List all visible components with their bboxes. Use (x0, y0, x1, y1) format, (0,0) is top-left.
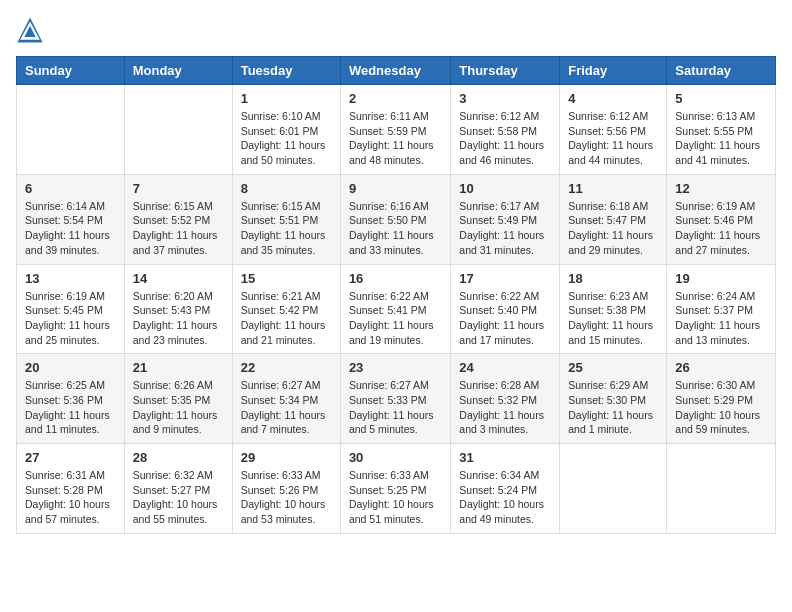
calendar-cell: 2Sunrise: 6:11 AM Sunset: 5:59 PM Daylig… (340, 85, 450, 175)
day-number: 2 (349, 91, 442, 106)
calendar-table: SundayMondayTuesdayWednesdayThursdayFrid… (16, 56, 776, 534)
day-number: 25 (568, 360, 658, 375)
calendar-cell: 11Sunrise: 6:18 AM Sunset: 5:47 PM Dayli… (560, 174, 667, 264)
calendar-cell: 29Sunrise: 6:33 AM Sunset: 5:26 PM Dayli… (232, 444, 340, 534)
calendar-cell: 5Sunrise: 6:13 AM Sunset: 5:55 PM Daylig… (667, 85, 776, 175)
day-number: 28 (133, 450, 224, 465)
calendar-cell: 8Sunrise: 6:15 AM Sunset: 5:51 PM Daylig… (232, 174, 340, 264)
calendar-cell (17, 85, 125, 175)
calendar-cell: 3Sunrise: 6:12 AM Sunset: 5:58 PM Daylig… (451, 85, 560, 175)
calendar-week-row: 6Sunrise: 6:14 AM Sunset: 5:54 PM Daylig… (17, 174, 776, 264)
day-number: 3 (459, 91, 551, 106)
day-number: 21 (133, 360, 224, 375)
calendar-cell: 14Sunrise: 6:20 AM Sunset: 5:43 PM Dayli… (124, 264, 232, 354)
calendar-cell: 25Sunrise: 6:29 AM Sunset: 5:30 PM Dayli… (560, 354, 667, 444)
day-detail: Sunrise: 6:12 AM Sunset: 5:58 PM Dayligh… (459, 109, 551, 168)
calendar-cell: 10Sunrise: 6:17 AM Sunset: 5:49 PM Dayli… (451, 174, 560, 264)
day-detail: Sunrise: 6:33 AM Sunset: 5:26 PM Dayligh… (241, 468, 332, 527)
day-detail: Sunrise: 6:24 AM Sunset: 5:37 PM Dayligh… (675, 289, 767, 348)
calendar-cell: 28Sunrise: 6:32 AM Sunset: 5:27 PM Dayli… (124, 444, 232, 534)
calendar-cell: 30Sunrise: 6:33 AM Sunset: 5:25 PM Dayli… (340, 444, 450, 534)
day-number: 18 (568, 271, 658, 286)
calendar-cell: 31Sunrise: 6:34 AM Sunset: 5:24 PM Dayli… (451, 444, 560, 534)
day-number: 13 (25, 271, 116, 286)
day-number: 6 (25, 181, 116, 196)
calendar-cell: 24Sunrise: 6:28 AM Sunset: 5:32 PM Dayli… (451, 354, 560, 444)
day-detail: Sunrise: 6:23 AM Sunset: 5:38 PM Dayligh… (568, 289, 658, 348)
day-detail: Sunrise: 6:20 AM Sunset: 5:43 PM Dayligh… (133, 289, 224, 348)
day-detail: Sunrise: 6:21 AM Sunset: 5:42 PM Dayligh… (241, 289, 332, 348)
calendar-cell: 16Sunrise: 6:22 AM Sunset: 5:41 PM Dayli… (340, 264, 450, 354)
page-header (16, 16, 776, 44)
calendar-cell (124, 85, 232, 175)
day-detail: Sunrise: 6:15 AM Sunset: 5:51 PM Dayligh… (241, 199, 332, 258)
day-detail: Sunrise: 6:10 AM Sunset: 6:01 PM Dayligh… (241, 109, 332, 168)
day-header-monday: Monday (124, 57, 232, 85)
day-header-tuesday: Tuesday (232, 57, 340, 85)
day-number: 7 (133, 181, 224, 196)
calendar-week-row: 13Sunrise: 6:19 AM Sunset: 5:45 PM Dayli… (17, 264, 776, 354)
calendar-cell: 9Sunrise: 6:16 AM Sunset: 5:50 PM Daylig… (340, 174, 450, 264)
calendar-cell: 21Sunrise: 6:26 AM Sunset: 5:35 PM Dayli… (124, 354, 232, 444)
calendar-cell: 4Sunrise: 6:12 AM Sunset: 5:56 PM Daylig… (560, 85, 667, 175)
calendar-cell (560, 444, 667, 534)
day-header-friday: Friday (560, 57, 667, 85)
day-number: 20 (25, 360, 116, 375)
day-number: 12 (675, 181, 767, 196)
day-detail: Sunrise: 6:11 AM Sunset: 5:59 PM Dayligh… (349, 109, 442, 168)
day-number: 10 (459, 181, 551, 196)
day-detail: Sunrise: 6:28 AM Sunset: 5:32 PM Dayligh… (459, 378, 551, 437)
day-number: 16 (349, 271, 442, 286)
calendar-week-row: 20Sunrise: 6:25 AM Sunset: 5:36 PM Dayli… (17, 354, 776, 444)
day-detail: Sunrise: 6:15 AM Sunset: 5:52 PM Dayligh… (133, 199, 224, 258)
calendar-week-row: 27Sunrise: 6:31 AM Sunset: 5:28 PM Dayli… (17, 444, 776, 534)
day-number: 26 (675, 360, 767, 375)
calendar-cell: 7Sunrise: 6:15 AM Sunset: 5:52 PM Daylig… (124, 174, 232, 264)
day-detail: Sunrise: 6:13 AM Sunset: 5:55 PM Dayligh… (675, 109, 767, 168)
day-detail: Sunrise: 6:22 AM Sunset: 5:41 PM Dayligh… (349, 289, 442, 348)
day-detail: Sunrise: 6:34 AM Sunset: 5:24 PM Dayligh… (459, 468, 551, 527)
day-header-saturday: Saturday (667, 57, 776, 85)
day-detail: Sunrise: 6:18 AM Sunset: 5:47 PM Dayligh… (568, 199, 658, 258)
day-number: 8 (241, 181, 332, 196)
day-number: 17 (459, 271, 551, 286)
day-number: 9 (349, 181, 442, 196)
day-header-thursday: Thursday (451, 57, 560, 85)
day-number: 24 (459, 360, 551, 375)
day-detail: Sunrise: 6:19 AM Sunset: 5:45 PM Dayligh… (25, 289, 116, 348)
calendar-week-row: 1Sunrise: 6:10 AM Sunset: 6:01 PM Daylig… (17, 85, 776, 175)
calendar-header-row: SundayMondayTuesdayWednesdayThursdayFrid… (17, 57, 776, 85)
day-detail: Sunrise: 6:30 AM Sunset: 5:29 PM Dayligh… (675, 378, 767, 437)
day-number: 27 (25, 450, 116, 465)
calendar-cell: 6Sunrise: 6:14 AM Sunset: 5:54 PM Daylig… (17, 174, 125, 264)
logo (16, 16, 48, 44)
calendar-cell: 19Sunrise: 6:24 AM Sunset: 5:37 PM Dayli… (667, 264, 776, 354)
day-detail: Sunrise: 6:27 AM Sunset: 5:33 PM Dayligh… (349, 378, 442, 437)
day-number: 31 (459, 450, 551, 465)
day-number: 5 (675, 91, 767, 106)
day-detail: Sunrise: 6:26 AM Sunset: 5:35 PM Dayligh… (133, 378, 224, 437)
day-number: 4 (568, 91, 658, 106)
calendar-cell (667, 444, 776, 534)
day-detail: Sunrise: 6:12 AM Sunset: 5:56 PM Dayligh… (568, 109, 658, 168)
day-detail: Sunrise: 6:27 AM Sunset: 5:34 PM Dayligh… (241, 378, 332, 437)
calendar-cell: 1Sunrise: 6:10 AM Sunset: 6:01 PM Daylig… (232, 85, 340, 175)
day-number: 30 (349, 450, 442, 465)
calendar-cell: 22Sunrise: 6:27 AM Sunset: 5:34 PM Dayli… (232, 354, 340, 444)
logo-icon (16, 16, 44, 44)
day-number: 15 (241, 271, 332, 286)
day-number: 14 (133, 271, 224, 286)
day-number: 22 (241, 360, 332, 375)
day-detail: Sunrise: 6:17 AM Sunset: 5:49 PM Dayligh… (459, 199, 551, 258)
day-detail: Sunrise: 6:29 AM Sunset: 5:30 PM Dayligh… (568, 378, 658, 437)
day-detail: Sunrise: 6:33 AM Sunset: 5:25 PM Dayligh… (349, 468, 442, 527)
calendar-cell: 23Sunrise: 6:27 AM Sunset: 5:33 PM Dayli… (340, 354, 450, 444)
calendar-cell: 20Sunrise: 6:25 AM Sunset: 5:36 PM Dayli… (17, 354, 125, 444)
day-number: 19 (675, 271, 767, 286)
calendar-cell: 27Sunrise: 6:31 AM Sunset: 5:28 PM Dayli… (17, 444, 125, 534)
day-detail: Sunrise: 6:14 AM Sunset: 5:54 PM Dayligh… (25, 199, 116, 258)
calendar-cell: 15Sunrise: 6:21 AM Sunset: 5:42 PM Dayli… (232, 264, 340, 354)
calendar-cell: 17Sunrise: 6:22 AM Sunset: 5:40 PM Dayli… (451, 264, 560, 354)
day-detail: Sunrise: 6:32 AM Sunset: 5:27 PM Dayligh… (133, 468, 224, 527)
calendar-cell: 26Sunrise: 6:30 AM Sunset: 5:29 PM Dayli… (667, 354, 776, 444)
